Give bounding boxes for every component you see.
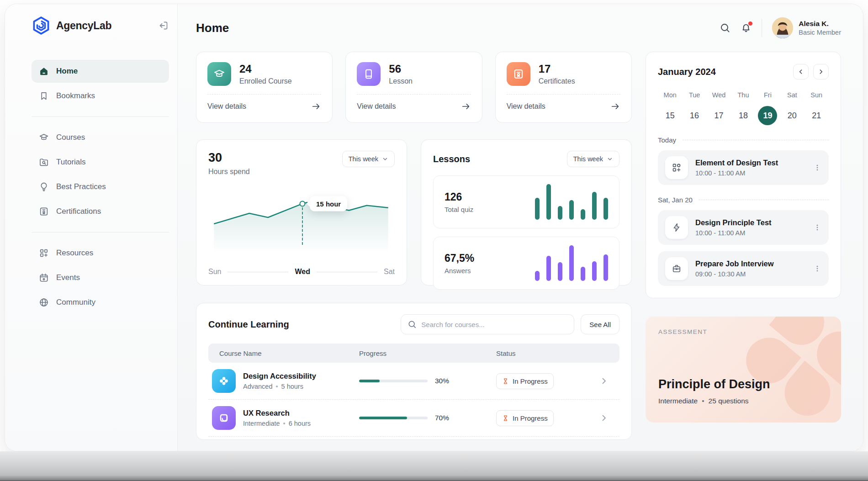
hourglass-icon bbox=[502, 378, 509, 385]
app-name: AgencyLab bbox=[56, 20, 111, 32]
calendar-date-15[interactable]: 15 bbox=[658, 106, 682, 125]
calendar-date-18[interactable]: 18 bbox=[731, 106, 755, 125]
event-element-of-design-test[interactable]: Element of Design Test 10:00 - 11:00 AM bbox=[658, 150, 829, 185]
hours-filter-dropdown[interactable]: This week bbox=[342, 151, 395, 167]
event-prepare-job-interview[interactable]: Prepare Job Interview 09:00 - 10:30 AM bbox=[658, 251, 829, 286]
view-details-link[interactable]: View details bbox=[507, 95, 620, 118]
course-row-design-accessibility[interactable]: Design Accessibility Advanced5 hours 30% bbox=[208, 363, 619, 399]
course-icon bbox=[212, 406, 236, 430]
bar bbox=[546, 184, 551, 220]
weekday-label: Thu bbox=[731, 91, 755, 106]
arrow-right-icon bbox=[311, 101, 321, 111]
weekday-label: Sat bbox=[780, 91, 804, 106]
total-quiz-stat: 126 Total quiz bbox=[433, 175, 619, 228]
sidebar-divider bbox=[32, 232, 169, 233]
chevron-right-icon[interactable] bbox=[592, 376, 609, 386]
sidebar-item-bookmarks[interactable]: Bookmarks bbox=[32, 85, 169, 107]
hourglass-icon bbox=[502, 415, 509, 422]
event-menu-dots[interactable] bbox=[813, 164, 821, 172]
stat-value: 24 bbox=[239, 63, 292, 75]
progress-value: 70% bbox=[435, 414, 449, 422]
see-all-button[interactable]: See All bbox=[581, 314, 619, 334]
home-icon bbox=[39, 66, 49, 76]
sidebar-item-tutorials[interactable]: Tutorials bbox=[32, 151, 169, 174]
course-search-input[interactable] bbox=[421, 321, 567, 328]
sidebar-item-label: Resources bbox=[56, 248, 93, 258]
continue-learning-title: Continue Learning bbox=[208, 319, 289, 330]
column-progress: Progress bbox=[359, 349, 496, 357]
event-menu-dots[interactable] bbox=[813, 223, 821, 232]
progress-bar bbox=[359, 380, 428, 382]
weekday-label: Wed bbox=[707, 91, 731, 106]
course-meta: Intermediate6 hours bbox=[243, 420, 311, 427]
sidebar-nav: Home Bookmarks Courses bbox=[32, 60, 169, 314]
event-design-principle-test[interactable]: Design Principle Test 10:00 - 11:00 AM bbox=[658, 210, 829, 245]
quiz-value: 126 bbox=[445, 191, 473, 203]
answers-value: 67,5% bbox=[445, 252, 474, 264]
certificate-icon bbox=[507, 62, 530, 86]
chevron-down-icon bbox=[382, 156, 388, 162]
folder-search-icon bbox=[39, 157, 49, 167]
bar bbox=[603, 254, 608, 281]
bar bbox=[535, 271, 540, 281]
calendar-weekdays: MonTueWedThuFriSatSun bbox=[658, 91, 829, 106]
answers-label: Answers bbox=[445, 267, 474, 275]
briefcase-icon bbox=[665, 257, 688, 280]
course-meta: Advanced5 hours bbox=[243, 383, 316, 390]
sidebar-item-label: Bookmarks bbox=[56, 91, 95, 100]
event-title: Prepare Job Interview bbox=[695, 259, 774, 268]
calendar-heart-icon bbox=[39, 273, 49, 283]
sidebar-item-resources[interactable]: Resources bbox=[32, 242, 169, 264]
calendar-date-21[interactable]: 21 bbox=[804, 106, 829, 125]
graduation-cap-icon bbox=[39, 132, 49, 143]
sidebar-collapse-icon[interactable] bbox=[158, 20, 169, 31]
graduation-cap-icon bbox=[207, 62, 231, 86]
calendar-date-16[interactable]: 16 bbox=[682, 106, 706, 125]
calendar-date-20[interactable]: 20 bbox=[780, 106, 804, 125]
sidebar-item-home[interactable]: Home bbox=[32, 60, 169, 83]
progress-bar bbox=[359, 417, 428, 419]
stat-label: Lesson bbox=[389, 77, 413, 85]
day-heading-today: Today bbox=[658, 136, 829, 144]
sidebar-item-events[interactable]: Events bbox=[32, 266, 169, 289]
marker-dashed-line bbox=[302, 207, 303, 245]
hours-label: Hours spend bbox=[208, 168, 250, 176]
bar bbox=[558, 206, 562, 220]
arrow-right-icon bbox=[461, 101, 471, 111]
weekday-label: Tue bbox=[682, 91, 706, 106]
bar bbox=[535, 198, 540, 220]
sidebar-item-courses[interactable]: Courses bbox=[32, 126, 169, 149]
calendar-date-17[interactable]: 17 bbox=[707, 106, 731, 125]
event-time: 10:00 - 11:00 AM bbox=[695, 229, 772, 237]
lessons-filter-dropdown[interactable]: This week bbox=[567, 151, 619, 167]
hours-value: 30 bbox=[208, 151, 250, 165]
sidebar-item-certifications[interactable]: Certifications bbox=[32, 200, 169, 223]
table-header: Course Name Progress Status bbox=[208, 344, 619, 363]
weekday-label: Fri bbox=[756, 91, 780, 106]
laptop-base bbox=[0, 451, 868, 481]
assessment-title: Principle of Design bbox=[658, 377, 828, 391]
sidebar-item-best-practices[interactable]: Best Practices bbox=[32, 175, 169, 198]
course-name: Design Accessibility bbox=[243, 372, 316, 381]
calendar-prev-button[interactable] bbox=[793, 64, 809, 79]
view-details-link[interactable]: View details bbox=[357, 95, 471, 118]
course-icon bbox=[212, 369, 236, 393]
user-menu[interactable]: Alesia K. Basic Member bbox=[772, 17, 841, 38]
event-menu-dots[interactable] bbox=[813, 264, 821, 273]
view-details-link[interactable]: View details bbox=[207, 95, 321, 118]
sidebar-item-community[interactable]: Community bbox=[32, 291, 169, 314]
assessment-card[interactable]: ASSESSMENT Principle of Design Intermedi… bbox=[646, 317, 841, 423]
stat-label: Certificates bbox=[539, 77, 575, 85]
sidebar-item-label: Certifications bbox=[56, 207, 101, 216]
course-row-ux-research[interactable]: UX Research Intermediate6 hours 70% bbox=[208, 400, 619, 436]
calendar-date-19[interactable]: 19 bbox=[756, 106, 780, 125]
notifications-bell-icon[interactable] bbox=[741, 22, 752, 33]
calendar-dates: 15161718192021 bbox=[658, 106, 829, 125]
chevron-right-icon[interactable] bbox=[592, 413, 609, 423]
sidebar-item-label: Best Practices bbox=[56, 182, 106, 191]
calendar-next-button[interactable] bbox=[813, 64, 829, 79]
continue-learning-card: Continue Learning See All Course Name Pr… bbox=[196, 303, 632, 440]
bar bbox=[592, 261, 597, 281]
answers-bar-chart bbox=[511, 245, 608, 281]
search-icon[interactable] bbox=[720, 22, 730, 33]
